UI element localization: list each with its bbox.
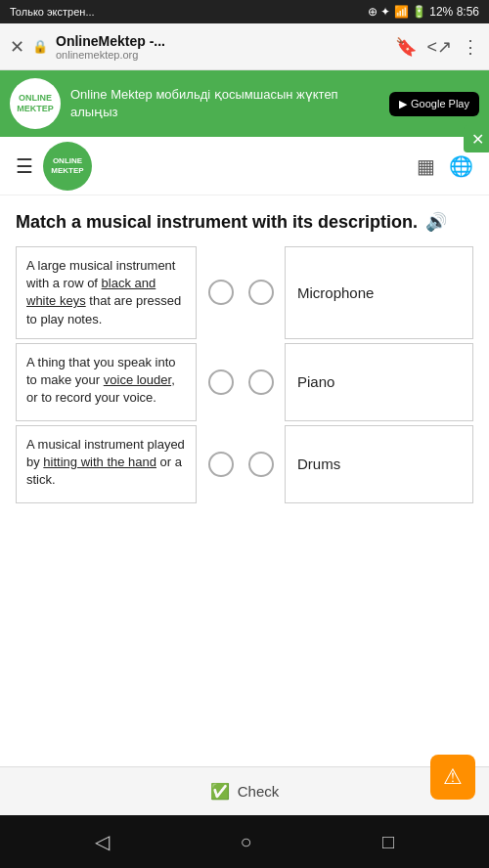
nav-left: ☰ ONLINE MEKTEP xyxy=(16,142,92,191)
underline-3: hitting with the hand xyxy=(43,455,156,469)
banner-close-button[interactable]: ✕ xyxy=(464,125,489,152)
match-row-3: A musical instrument played by hitting w… xyxy=(16,425,473,503)
share-icon[interactable]: <↗ xyxy=(426,36,452,58)
nav-logo: ONLINE MEKTEP xyxy=(43,142,92,191)
match-right-3: Drums xyxy=(285,425,473,503)
match-center-2 xyxy=(197,343,285,421)
recent-button[interactable]: □ xyxy=(382,831,394,853)
radio-right-1[interactable] xyxy=(248,280,274,305)
radio-left-1[interactable] xyxy=(208,280,234,305)
question-title: Match a musical instrument with its desc… xyxy=(16,211,473,233)
home-button[interactable]: ○ xyxy=(240,831,251,853)
sound-icon[interactable]: 🔊 xyxy=(425,211,447,233)
match-left-1: A large musical instrument with a row of… xyxy=(16,246,197,339)
globe-icon[interactable]: 🌐 xyxy=(449,154,473,178)
underline-1: black and white keys xyxy=(26,276,156,308)
radio-left-3[interactable] xyxy=(208,452,234,477)
status-right-text: ⊕ ✦ 📶 🔋 12% 8:56 xyxy=(368,5,479,19)
check-icon: ✅ xyxy=(210,782,230,801)
status-icons: ⊕ ✦ 📶 🔋 12% 8:56 xyxy=(368,5,479,19)
nav-right: ▦ 🌐 xyxy=(417,154,473,178)
underline-2: voice louder xyxy=(104,372,171,387)
match-center-3 xyxy=(197,425,285,503)
banner-text: Online Mektep мобильді қосымшасын жүктеп… xyxy=(70,86,379,121)
match-left-3: A musical instrument played by hitting w… xyxy=(16,425,197,503)
warning-icon: ⚠ xyxy=(443,764,463,790)
browser-title: OnlineMektep -... xyxy=(56,33,387,49)
radio-left-2[interactable] xyxy=(208,369,234,395)
bookmark-icon[interactable]: 🔖 xyxy=(395,36,417,58)
match-row-2: A thing that you speak into to make your… xyxy=(16,343,473,421)
main-content: Match a musical instrument with its desc… xyxy=(0,195,489,523)
check-bar[interactable]: ✅ Check xyxy=(0,766,489,815)
nav-bar: ☰ ONLINE MEKTEP ▦ 🌐 xyxy=(0,137,489,195)
browser-close-button[interactable]: ✕ xyxy=(10,36,24,58)
radio-right-2[interactable] xyxy=(248,369,274,395)
radio-right-3[interactable] xyxy=(248,452,274,477)
url-container: OnlineMektep -... onlinemektep.org xyxy=(56,33,387,61)
check-label: Check xyxy=(238,783,280,800)
match-center-1 xyxy=(197,246,285,339)
more-icon[interactable]: ⋮ xyxy=(462,36,479,58)
lock-icon: 🔒 xyxy=(32,39,48,54)
grid-icon[interactable]: ▦ xyxy=(417,154,435,178)
match-left-2: A thing that you speak into to make your… xyxy=(16,343,197,421)
warning-fab[interactable]: ⚠ xyxy=(430,755,475,800)
match-row-1: A large musical instrument with a row of… xyxy=(16,246,473,339)
back-button[interactable]: ◁ xyxy=(95,830,110,853)
status-text: Только экстрен... xyxy=(10,6,95,18)
match-right-2: Piano xyxy=(285,343,473,421)
browser-actions: 🔖 <↗ ⋮ xyxy=(395,36,479,58)
banner-logo: ONLINE MEKTEP xyxy=(10,78,61,129)
match-right-1: Microphone xyxy=(285,246,473,339)
google-play-button[interactable]: ▶ Google Play xyxy=(389,92,479,116)
android-nav: ◁ ○ □ xyxy=(0,815,489,868)
browser-bar: ✕ 🔒 OnlineMektep -... onlinemektep.org 🔖… xyxy=(0,23,489,70)
play-icon: ▶ xyxy=(399,98,407,110)
browser-url: onlinemektep.org xyxy=(56,49,387,61)
status-bar: Только экстрен... ⊕ ✦ 📶 🔋 12% 8:56 xyxy=(0,0,489,23)
app-banner: ONLINE MEKTEP Online Mektep мобильді қос… xyxy=(0,70,489,137)
hamburger-menu[interactable]: ☰ xyxy=(16,154,33,178)
